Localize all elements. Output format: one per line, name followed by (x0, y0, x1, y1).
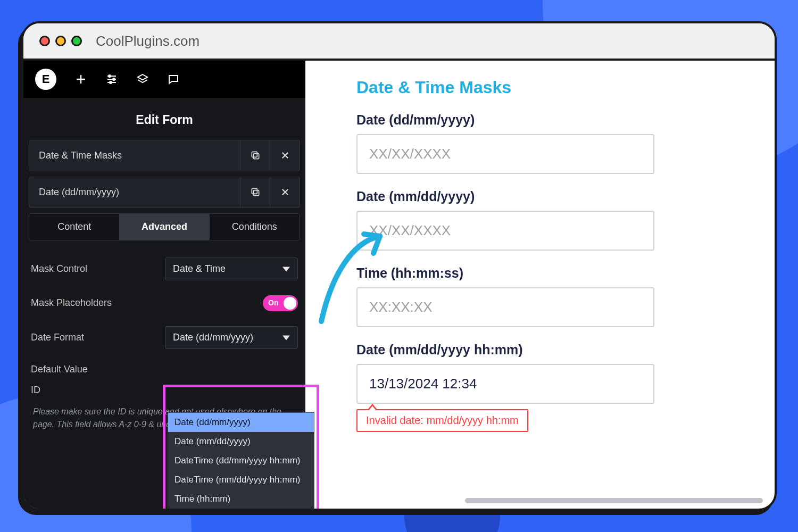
add-icon[interactable] (74, 73, 87, 86)
maximize-window-button[interactable] (71, 36, 82, 46)
svg-rect-4 (252, 152, 257, 157)
svg-point-0 (109, 75, 111, 77)
svg-point-2 (110, 81, 112, 84)
mask-placeholders-label: Mask Placeholders (31, 297, 112, 309)
row-mask-control: Mask Control Date & Time (29, 250, 300, 288)
mask-control-select[interactable]: Date & Time (165, 257, 298, 280)
date-input[interactable]: XX/XX/XXXX (356, 211, 654, 251)
preview-field: Date (mm/dd/yyyy) XX/XX/XXXX (356, 189, 724, 251)
svg-rect-6 (252, 189, 257, 194)
preview-field: Time (hh:mm:ss) XX:XX:XX (356, 265, 724, 327)
date-format-label: Date Format (31, 332, 84, 343)
default-value-label: Default Value (31, 364, 88, 375)
browser-window: CoolPlugins.com E Edit Form (21, 21, 777, 511)
date-input[interactable]: XX/XX/XXXX (356, 134, 654, 174)
format-option[interactable]: DateTime (dd/mm/yyyy hh:mm) (168, 451, 314, 470)
editor-panel: E Edit Form Date & Time Mask (23, 61, 305, 509)
time-input[interactable]: XX:XX:XX (356, 287, 654, 327)
id-label: ID (31, 385, 40, 396)
row-date-format: Date Format Date (dd/mm/yyyy) (29, 319, 300, 356)
comment-icon[interactable] (167, 73, 180, 86)
close-icon[interactable] (270, 140, 300, 170)
svg-rect-5 (253, 190, 259, 196)
validation-error: Invalid date: mm/dd/yyyy hh:mm (356, 409, 528, 432)
horizontal-scrollbar[interactable] (465, 498, 763, 503)
tab-content[interactable]: Content (29, 214, 119, 240)
breadcrumb-field-label: Date (dd/mm/yyyy) (29, 177, 240, 207)
duplicate-icon[interactable] (240, 177, 270, 207)
format-option[interactable]: Time (hh:mm:ss) (168, 509, 314, 511)
editor-toolbar: E (23, 61, 305, 98)
format-option[interactable]: Date (dd/mm/yyyy) (168, 413, 314, 432)
field-tabs: Content Advanced Conditions (29, 213, 300, 240)
field-label: Date (mm/dd/yyyy hh:mm) (356, 342, 724, 358)
row-mask-placeholders: Mask Placeholders On (29, 288, 300, 319)
svg-point-1 (113, 78, 115, 80)
minimize-window-button[interactable] (55, 36, 66, 46)
date-format-select[interactable]: Date (dd/mm/yyyy) (165, 326, 298, 349)
browser-url: CoolPlugins.com (96, 33, 200, 49)
field-label: Date (dd/mm/yyyy) (356, 112, 724, 128)
preview-field: Date (mm/dd/yyyy hh:mm) 13/13/2024 12:34… (356, 342, 724, 432)
form-preview: Date & Time Masks Date (dd/mm/yyyy) XX/X… (305, 61, 775, 509)
mask-placeholders-toggle[interactable]: On (263, 295, 298, 311)
svg-rect-3 (253, 154, 259, 159)
tab-advanced[interactable]: Advanced (119, 214, 209, 240)
field-label: Date (mm/dd/yyyy) (356, 189, 724, 204)
preview-title: Date & Time Masks (356, 78, 724, 97)
window-controls (39, 36, 82, 46)
settings-icon[interactable] (105, 73, 118, 86)
format-option[interactable]: DateTime (mm/dd/yyyy hh:mm) (168, 470, 314, 489)
elementor-logo-icon[interactable]: E (35, 69, 56, 90)
toggle-on-label: On (268, 298, 278, 307)
panel-title: Edit Form (23, 98, 305, 140)
datetime-input[interactable]: 13/13/2024 12:34 (356, 364, 654, 404)
breadcrumb-group-label: Date & Time Masks (29, 140, 240, 171)
row-id: ID (29, 383, 300, 403)
breadcrumb-group[interactable]: Date & Time Masks (29, 140, 300, 171)
preview-field: Date (dd/mm/yyyy) XX/XX/XXXX (356, 112, 724, 174)
close-window-button[interactable] (39, 36, 50, 46)
date-format-options: Date (dd/mm/yyyy) Date (mm/dd/yyyy) Date… (168, 412, 314, 511)
tab-conditions[interactable]: Conditions (210, 214, 300, 240)
mask-control-label: Mask Control (31, 263, 87, 275)
browser-titlebar: CoolPlugins.com (23, 23, 775, 61)
breadcrumb-field[interactable]: Date (dd/mm/yyyy) (29, 177, 300, 208)
duplicate-icon[interactable] (240, 140, 270, 170)
layers-icon[interactable] (136, 73, 149, 86)
field-label: Time (hh:mm:ss) (356, 265, 724, 281)
format-option[interactable]: Date (mm/dd/yyyy) (168, 432, 314, 451)
format-option[interactable]: Time (hh:mm) (168, 489, 314, 509)
row-default-value: Default Value (29, 356, 300, 383)
close-icon[interactable] (270, 177, 300, 207)
